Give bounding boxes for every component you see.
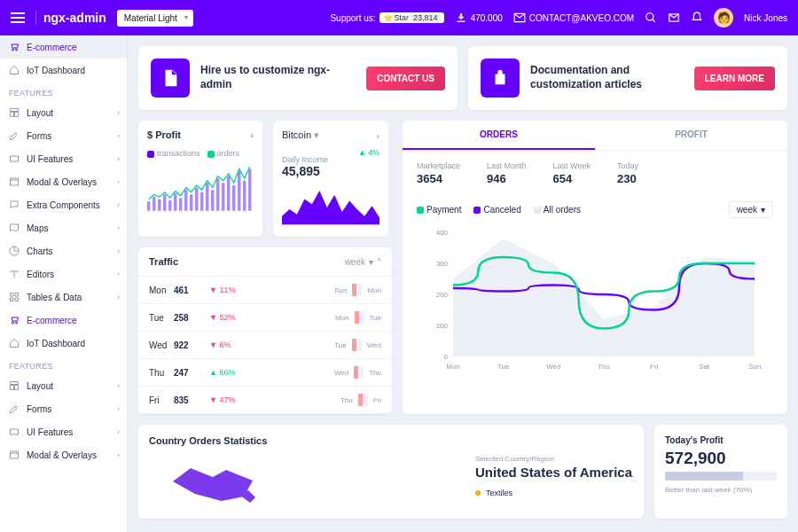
- chevron-right-icon: ›: [117, 154, 120, 163]
- arrow-right-icon[interactable]: ›: [376, 130, 379, 141]
- keyboard-icon: [9, 153, 20, 164]
- banner-hire: Hire us to customize ngx-admin CONTACT U…: [138, 46, 458, 110]
- sidebar-item-ui-features[interactable]: UI Features›: [0, 147, 127, 170]
- sidebar-item-layout[interactable]: Layout›: [0, 374, 127, 397]
- sidebar-item-iot-dashboard[interactable]: IoT Dashboard: [0, 59, 127, 82]
- svg-rect-21: [248, 169, 251, 211]
- mail-icon[interactable]: [668, 12, 680, 24]
- chevron-right-icon: ›: [117, 131, 120, 140]
- doc-icon: [151, 59, 190, 98]
- github-badge[interactable]: ⭐ Star23,814: [379, 12, 444, 23]
- sidebar-item-e-commerce[interactable]: E-commerce: [0, 309, 127, 332]
- sidebar-item-iot-dashboard[interactable]: IoT Dashboard: [0, 332, 127, 355]
- sidebar-item-layout[interactable]: Layout›: [0, 101, 127, 124]
- chevron-up-icon[interactable]: ˄: [377, 257, 381, 267]
- orders-card: ORDERSPROFIT Marketplace3654Last Month94…: [403, 121, 787, 414]
- svg-rect-16: [222, 183, 224, 210]
- sidebar-item-e-commerce[interactable]: E-commerce: [0, 35, 127, 59]
- bag-icon: [481, 59, 520, 98]
- chevron-right-icon: ›: [117, 427, 120, 436]
- svg-point-0: [646, 13, 653, 20]
- tab-profit[interactable]: PROFIT: [595, 121, 787, 150]
- traffic-row: Fri835▼ 47%ThuFri: [138, 387, 392, 414]
- svg-text:400: 400: [436, 229, 449, 237]
- svg-rect-20: [243, 181, 246, 211]
- sidebar-item-forms[interactable]: Forms›: [0, 397, 127, 420]
- svg-rect-3: [153, 197, 155, 211]
- svg-rect-7: [174, 193, 176, 211]
- brand: ngx-admin: [35, 11, 106, 25]
- contact-email[interactable]: CONTACT@AKVEO.COM: [513, 12, 634, 24]
- coin-select[interactable]: Bitcoin ▾: [282, 129, 319, 141]
- svg-text:0: 0: [444, 353, 449, 361]
- text-icon: [9, 269, 20, 279]
- profit-sparkline: [147, 161, 254, 215]
- traffic-row: Mon461▼ 11%SunMon: [138, 277, 392, 304]
- svg-text:Sun: Sun: [748, 363, 761, 371]
- svg-rect-10: [190, 194, 192, 210]
- chevron-right-icon: ›: [117, 450, 120, 459]
- sidebar-item-editors[interactable]: Editors›: [0, 262, 127, 286]
- svg-rect-12: [200, 192, 203, 211]
- sidebar-item-modal-overlays[interactable]: Modal & Overlays›: [0, 170, 127, 193]
- sidebar-item-forms[interactable]: Forms›: [0, 124, 127, 147]
- svg-rect-4: [158, 200, 160, 211]
- svg-text:Fri: Fri: [650, 363, 659, 371]
- orders-period-select[interactable]: week ▾: [729, 201, 773, 218]
- layout-icon: [9, 380, 20, 391]
- bitcoin-area: [282, 184, 379, 228]
- home-icon: [9, 65, 20, 75]
- tab-orders[interactable]: ORDERS: [403, 121, 595, 150]
- cart-icon: [9, 42, 20, 52]
- search-icon[interactable]: [645, 12, 657, 24]
- chevron-right-icon: ›: [117, 270, 120, 278]
- svg-rect-15: [216, 178, 219, 211]
- content: Hire us to customize ngx-admin CONTACT U…: [128, 35, 798, 532]
- chevron-right-icon: ›: [117, 108, 120, 117]
- svg-text:200: 200: [436, 291, 449, 299]
- svg-rect-6: [168, 200, 171, 211]
- svg-rect-9: [184, 190, 187, 211]
- theme-select[interactable]: Material Light: [117, 10, 193, 27]
- svg-rect-8: [179, 198, 182, 210]
- bell-icon[interactable]: [691, 12, 703, 24]
- traffic-period-select[interactable]: week ▾ ˄: [345, 257, 381, 267]
- svg-rect-13: [206, 183, 208, 210]
- grid-icon: [9, 292, 20, 302]
- menu-icon[interactable]: [11, 12, 25, 23]
- svg-rect-2: [147, 201, 150, 210]
- profit-card: $ Profit› transactionsorders: [138, 121, 262, 237]
- traffic-row: Wed922▼ 6%TueWed: [138, 332, 392, 359]
- sidebar-item-tables-data[interactable]: Tables & Data›: [0, 286, 127, 309]
- sidebar-item-maps[interactable]: Maps›: [0, 216, 127, 239]
- chevron-right-icon: ›: [117, 404, 120, 413]
- download-icon: [455, 12, 467, 24]
- app-header: ngx-admin Material Light Support us: ⭐ S…: [0, 0, 798, 35]
- sidebar-item-extra-components[interactable]: Extra Components›: [0, 193, 127, 216]
- user-name: Nick Jones: [744, 13, 787, 23]
- today-profit-card: Today's Profit 572,900 Better than last …: [654, 425, 787, 519]
- traffic-card: Traffic week ▾ ˄ Mon461▼ 11%SunMonTue258…: [138, 247, 392, 414]
- keyboard-icon: [9, 426, 20, 437]
- sidebar: E-commerceIoT DashboardFEATURESLayout›Fo…: [0, 35, 128, 532]
- chevron-right-icon: ›: [117, 381, 120, 390]
- avatar[interactable]: 🧑: [714, 8, 733, 27]
- mail-icon: [513, 12, 526, 24]
- chevron-right-icon: ›: [117, 223, 120, 232]
- support-label: Support us: ⭐ Star23,814: [330, 12, 443, 23]
- svg-rect-5: [163, 194, 166, 210]
- sidebar-item-modal-overlays[interactable]: Modal & Overlays›: [0, 443, 127, 466]
- svg-text:300: 300: [436, 260, 449, 268]
- traffic-row: Thu247▲ 66%WedThu: [138, 359, 392, 387]
- profit-progress: [665, 472, 777, 481]
- svg-rect-14: [211, 190, 214, 211]
- svg-text:100: 100: [436, 322, 449, 330]
- sidebar-item-ui-features[interactable]: UI Features›: [0, 420, 127, 443]
- svg-rect-18: [232, 185, 235, 211]
- banner-docs: Documentation and customization articles…: [468, 46, 787, 110]
- sidebar-item-charts[interactable]: Charts›: [0, 239, 127, 262]
- learn-more-button[interactable]: LEARN MORE: [694, 66, 775, 90]
- contact-us-button[interactable]: CONTACT US: [366, 66, 445, 90]
- arrow-right-icon[interactable]: ›: [250, 129, 254, 140]
- map-icon: [9, 223, 20, 233]
